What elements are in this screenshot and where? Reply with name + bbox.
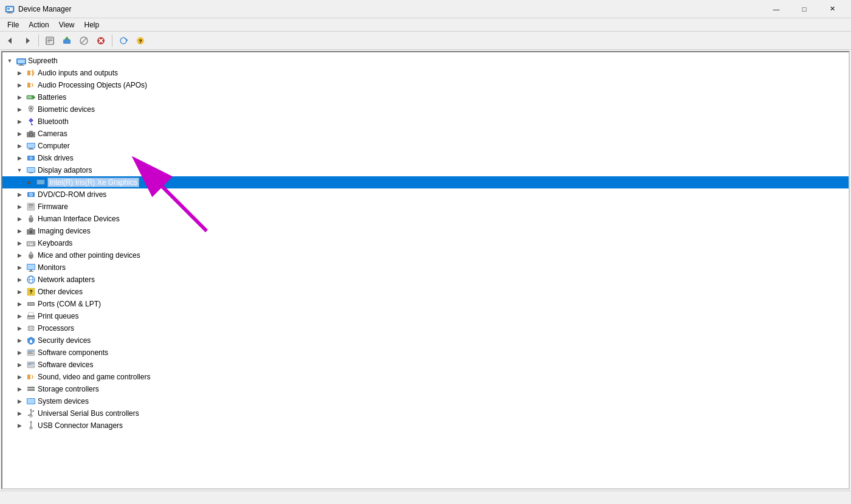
expand-btn[interactable]: ▶ bbox=[15, 384, 24, 394]
expand-btn[interactable]: ▶ bbox=[15, 275, 24, 285]
uninstall-button[interactable] bbox=[93, 33, 109, 48]
expand-btn[interactable]: ▶ bbox=[15, 409, 24, 418]
device-icon bbox=[26, 250, 36, 260]
tree-item[interactable]: ▶Universal Serial Bus controllers bbox=[2, 407, 849, 419]
expand-btn[interactable]: ▶ bbox=[15, 238, 24, 248]
tree-item[interactable]: ▶Ports (COM & LPT) bbox=[2, 298, 849, 310]
tree-root[interactable]: ▼ Supreeth bbox=[2, 55, 849, 67]
tree-item[interactable]: ▶Intel(R) Iris(R) Xe Graphics bbox=[2, 176, 849, 188]
tree-item[interactable]: ▶Imaging devices bbox=[2, 225, 849, 237]
properties-button[interactable] bbox=[42, 33, 58, 48]
svg-point-84 bbox=[30, 303, 32, 305]
expand-btn[interactable]: ▶ bbox=[15, 299, 24, 309]
expand-btn[interactable]: ▶ bbox=[15, 287, 24, 297]
tree-item[interactable]: ▶Software devices bbox=[2, 359, 849, 371]
svg-marker-14 bbox=[64, 36, 69, 40]
svg-marker-8 bbox=[26, 38, 30, 44]
svg-point-107 bbox=[33, 387, 34, 388]
menu-help[interactable]: Help bbox=[80, 19, 105, 30]
expand-btn[interactable]: ▶ bbox=[15, 348, 24, 357]
svg-point-46 bbox=[30, 157, 32, 159]
minimize-button[interactable]: — bbox=[762, 0, 790, 18]
tree-item[interactable]: ▶Monitors bbox=[2, 261, 849, 274]
back-button[interactable] bbox=[2, 33, 18, 48]
svg-rect-56 bbox=[29, 204, 33, 205]
forward-button[interactable] bbox=[19, 33, 35, 48]
svg-rect-67 bbox=[32, 243, 33, 244]
device-label: Security devices bbox=[38, 336, 91, 345]
expand-btn[interactable]: ▶ bbox=[15, 250, 24, 260]
scan-changes-button[interactable] bbox=[115, 33, 131, 48]
device-icon bbox=[26, 226, 36, 236]
expand-btn[interactable]: ▶ bbox=[15, 202, 24, 212]
tree-item[interactable]: ▶?Other devices bbox=[2, 286, 849, 298]
expand-btn[interactable]: ▶ bbox=[15, 323, 24, 333]
tree-item[interactable]: ▶Disk drives bbox=[2, 152, 849, 164]
expand-btn[interactable]: ▶ bbox=[15, 263, 24, 272]
expand-btn[interactable]: ▶ bbox=[15, 129, 24, 139]
expand-btn[interactable]: ▼ bbox=[15, 165, 24, 175]
svg-rect-68 bbox=[28, 244, 29, 246]
expand-root[interactable]: ▼ bbox=[5, 56, 15, 66]
close-button[interactable]: ✕ bbox=[818, 0, 846, 18]
expand-btn[interactable]: ▶ bbox=[24, 178, 34, 187]
expand-btn[interactable]: ▶ bbox=[15, 226, 24, 236]
menu-action[interactable]: Action bbox=[24, 19, 53, 30]
tree-item[interactable]: ▶Audio Processing Objects (APOs) bbox=[2, 79, 849, 91]
tree-item[interactable]: ▶Firmware bbox=[2, 201, 849, 213]
expand-btn[interactable]: ▶ bbox=[15, 396, 24, 406]
device-label: Keyboards bbox=[38, 239, 72, 247]
expand-btn[interactable]: ▶ bbox=[15, 105, 24, 114]
expand-btn[interactable]: ▶ bbox=[15, 92, 24, 102]
expand-btn[interactable]: ▶ bbox=[15, 68, 24, 78]
expand-btn[interactable]: ▶ bbox=[15, 360, 24, 370]
update-driver-button[interactable] bbox=[59, 33, 75, 48]
expand-btn[interactable]: ▶ bbox=[15, 190, 24, 199]
expand-btn[interactable]: ▶ bbox=[15, 336, 24, 345]
svg-rect-58 bbox=[29, 207, 32, 208]
tree-item[interactable]: ▼Display adaptors bbox=[2, 164, 849, 176]
menu-file[interactable]: File bbox=[2, 19, 24, 30]
tree-item[interactable]: ▶Storage controllers bbox=[2, 383, 849, 395]
tree-item[interactable]: ▶Security devices bbox=[2, 334, 849, 347]
svg-point-112 bbox=[30, 409, 32, 411]
tree-item[interactable]: ▶DVD/CD-ROM drives bbox=[2, 188, 849, 201]
maximize-button[interactable]: □ bbox=[790, 0, 818, 18]
expand-btn[interactable]: ▶ bbox=[15, 141, 24, 151]
expand-btn[interactable]: ▶ bbox=[15, 421, 24, 430]
device-label: System devices bbox=[38, 397, 89, 406]
device-icon bbox=[26, 360, 36, 370]
tree-item[interactable]: ▶Print queues bbox=[2, 310, 849, 322]
tree-item[interactable]: ▶Sound, video and game controllers bbox=[2, 371, 849, 383]
svg-line-16 bbox=[81, 38, 87, 44]
tree-item[interactable]: ▶Cameras bbox=[2, 128, 849, 140]
tree-item[interactable]: ▶Biometric devices bbox=[2, 103, 849, 116]
svg-text:?: ? bbox=[139, 38, 142, 44]
expand-btn[interactable]: ▶ bbox=[15, 311, 24, 321]
svg-rect-87 bbox=[29, 312, 33, 316]
tree-item[interactable]: ▶Software components bbox=[2, 347, 849, 359]
device-tree[interactable]: ▼ Supreeth ▶Audio inputs and outputs▶Aud… bbox=[2, 52, 849, 488]
tree-item[interactable]: ▶Human Interface Devices bbox=[2, 213, 849, 225]
tree-item[interactable]: ▶USB Connector Managers bbox=[2, 419, 849, 432]
tree-item[interactable]: ▶Bluetooth bbox=[2, 116, 849, 128]
expand-btn[interactable]: ▶ bbox=[15, 372, 24, 382]
tree-item[interactable]: ▶Mice and other pointing devices bbox=[2, 249, 849, 261]
expand-btn[interactable]: ▶ bbox=[15, 214, 24, 224]
tree-item[interactable]: ▶Batteries bbox=[2, 91, 849, 103]
tree-item[interactable]: ▶System devices bbox=[2, 395, 849, 407]
svg-rect-27 bbox=[18, 65, 24, 66]
expand-btn[interactable]: ▶ bbox=[15, 153, 24, 163]
tree-item[interactable]: ▶Computer bbox=[2, 140, 849, 152]
disable-button[interactable] bbox=[76, 33, 92, 48]
expand-btn[interactable]: ▶ bbox=[15, 117, 24, 126]
tree-item[interactable]: ▶Audio inputs and outputs bbox=[2, 67, 849, 79]
menu-view[interactable]: View bbox=[54, 19, 80, 30]
tree-item[interactable]: ▶Network adapters bbox=[2, 274, 849, 286]
svg-rect-5 bbox=[10, 8, 12, 9]
expand-btn[interactable]: ▶ bbox=[15, 80, 24, 90]
svg-rect-116 bbox=[28, 415, 29, 416]
tree-item[interactable]: ▶Processors bbox=[2, 322, 849, 334]
tree-item[interactable]: ▶Keyboards bbox=[2, 237, 849, 249]
help-button[interactable]: ? bbox=[133, 33, 148, 48]
